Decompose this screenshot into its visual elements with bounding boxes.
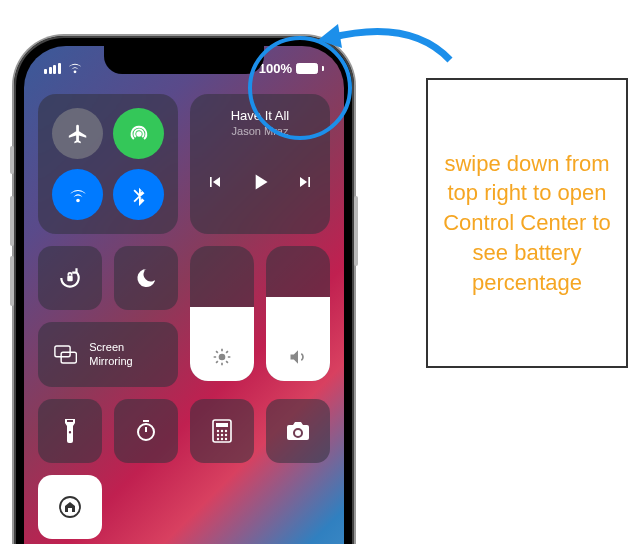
control-center: Have It All Jason Mraz Screen M: [38, 94, 330, 539]
volume-down-button: [10, 256, 14, 306]
home-icon: [58, 495, 82, 519]
svg-line-8: [216, 351, 218, 353]
wifi-toggle[interactable]: [52, 169, 103, 220]
svg-line-10: [216, 361, 218, 363]
svg-point-25: [225, 438, 227, 440]
wifi-icon: [67, 62, 83, 74]
orientation-lock-toggle[interactable]: [38, 246, 102, 310]
airplane-mode-toggle[interactable]: [52, 108, 103, 159]
bluetooth-icon: [128, 184, 150, 206]
svg-point-24: [221, 438, 223, 440]
brightness-fill: [190, 307, 254, 381]
side-button: [354, 196, 358, 266]
highlight-circle: [248, 36, 352, 140]
svg-point-20: [217, 434, 219, 436]
mute-switch: [10, 146, 14, 174]
do-not-disturb-toggle[interactable]: [114, 246, 178, 310]
svg-point-23: [217, 438, 219, 440]
timer-icon: [134, 419, 158, 443]
svg-rect-0: [67, 276, 72, 281]
svg-point-18: [221, 430, 223, 432]
brightness-slider[interactable]: [190, 246, 254, 381]
moon-icon: [134, 266, 158, 290]
airplane-icon: [67, 123, 89, 145]
calculator-button[interactable]: [190, 399, 254, 463]
antenna-icon: [128, 123, 150, 145]
callout-box: swipe down from top right to open Contro…: [426, 78, 628, 368]
orientation-lock-icon: [57, 265, 83, 291]
svg-point-19: [225, 430, 227, 432]
cellular-data-toggle[interactable]: [113, 108, 164, 159]
timer-button[interactable]: [114, 399, 178, 463]
screen-mirroring-label: Screen Mirroring: [89, 341, 162, 367]
callout-text: swipe down from top right to open Contro…: [442, 149, 612, 297]
row-extra: [38, 475, 330, 539]
calculator-icon: [212, 419, 232, 443]
wifi-icon: [67, 184, 89, 206]
play-button[interactable]: [247, 169, 273, 195]
home-button[interactable]: [38, 475, 102, 539]
row-orientation-dnd: Screen Mirroring: [38, 246, 178, 387]
svg-line-11: [226, 351, 228, 353]
camera-button[interactable]: [266, 399, 330, 463]
svg-rect-1: [55, 346, 70, 357]
volume-fill: [266, 297, 330, 381]
svg-line-9: [226, 361, 228, 363]
sliders: [190, 246, 330, 387]
cellular-signal-icon: [44, 63, 61, 74]
camera-icon: [285, 421, 311, 441]
previous-track-button[interactable]: [205, 172, 225, 192]
volume-up-button: [10, 196, 14, 246]
row-utilities: [38, 399, 330, 463]
volume-slider[interactable]: [266, 246, 330, 381]
screen-mirroring-icon: [54, 344, 77, 366]
notch: [104, 46, 264, 74]
status-left: [44, 56, 83, 80]
svg-rect-16: [216, 423, 228, 427]
svg-point-21: [221, 434, 223, 436]
next-track-button[interactable]: [295, 172, 315, 192]
connectivity-panel[interactable]: [38, 94, 178, 234]
flashlight-icon: [60, 418, 80, 444]
svg-point-17: [217, 430, 219, 432]
bluetooth-toggle[interactable]: [113, 169, 164, 220]
screen-mirroring-button[interactable]: Screen Mirroring: [38, 322, 178, 387]
flashlight-button[interactable]: [38, 399, 102, 463]
svg-rect-2: [61, 352, 76, 363]
volume-icon: [288, 347, 308, 367]
brightness-icon: [212, 347, 232, 367]
svg-point-3: [219, 353, 226, 360]
svg-point-22: [225, 434, 227, 436]
